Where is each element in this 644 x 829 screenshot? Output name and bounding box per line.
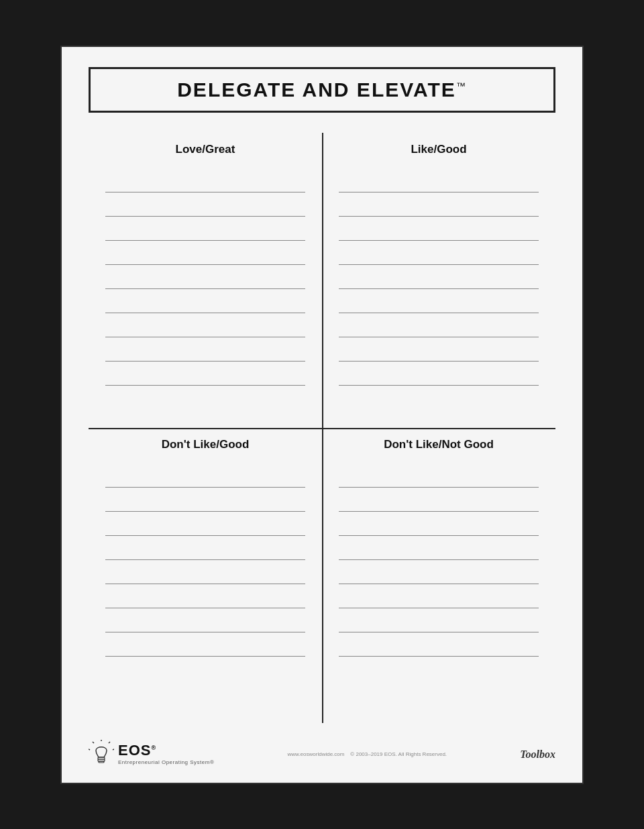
write-line[interactable] [339, 265, 539, 289]
svg-line-2 [113, 749, 114, 750]
quadrant-like-good-title: Like/Good [339, 143, 539, 156]
quadrant-dont-like-good: Don't Like/Good [89, 428, 322, 723]
eos-logo: EOS® Entrepreneurial Operating System® [89, 740, 214, 769]
footer-left: EOS® Entrepreneurial Operating System® [89, 740, 214, 769]
footer-center: www.eosworldwide.com © 2003–2019 EOS. Al… [227, 751, 506, 757]
footer: EOS® Entrepreneurial Operating System® w… [89, 736, 555, 769]
svg-line-4 [89, 749, 90, 750]
write-line[interactable] [339, 560, 539, 584]
write-line[interactable] [105, 265, 305, 289]
write-line[interactable] [105, 488, 305, 512]
quadrant-dont-like-good-title: Don't Like/Good [105, 438, 305, 451]
page-title: DELEGATE AND ELEVATE™ [177, 78, 467, 101]
quadrant-love-great: Love/Great [89, 133, 322, 428]
write-line[interactable] [105, 217, 305, 241]
quadrant-dont-like-not-good: Don't Like/Not Good [322, 428, 555, 723]
write-line[interactable] [105, 168, 305, 192]
write-line[interactable] [339, 608, 539, 632]
write-line[interactable] [105, 560, 305, 584]
svg-line-3 [93, 742, 94, 743]
like-good-lines [339, 168, 539, 386]
write-line[interactable] [339, 536, 539, 560]
write-line[interactable] [339, 584, 539, 608]
write-line[interactable] [339, 488, 539, 512]
write-line[interactable] [339, 362, 539, 386]
write-line[interactable] [339, 632, 539, 657]
write-line[interactable] [339, 217, 539, 241]
quadrants-grid: Love/Great Like/Good [89, 133, 555, 723]
eos-tagline: Entrepreneurial Operating System® [118, 759, 214, 765]
write-line[interactable] [339, 463, 539, 488]
write-line[interactable] [105, 337, 305, 362]
eos-text-block: EOS® Entrepreneurial Operating System® [118, 743, 214, 765]
write-line[interactable] [105, 584, 305, 608]
svg-rect-7 [99, 761, 104, 763]
write-line[interactable] [105, 536, 305, 560]
write-line[interactable] [105, 463, 305, 488]
love-great-lines [105, 168, 305, 386]
eos-brand-name: EOS® [118, 743, 214, 758]
write-line[interactable] [339, 313, 539, 337]
write-line[interactable] [339, 192, 539, 217]
quadrant-dont-like-not-good-title: Don't Like/Not Good [339, 438, 539, 451]
footer-toolbox-label: Toolbox [520, 749, 555, 761]
write-line[interactable] [105, 289, 305, 313]
write-line[interactable] [339, 168, 539, 192]
dont-like-not-good-lines [339, 463, 539, 657]
dont-like-good-lines [105, 463, 305, 657]
write-line[interactable] [339, 289, 539, 313]
write-line[interactable] [105, 241, 305, 265]
quadrant-love-great-title: Love/Great [105, 143, 305, 156]
write-line[interactable] [339, 337, 539, 362]
svg-line-1 [109, 742, 110, 743]
title-box: DELEGATE AND ELEVATE™ [89, 67, 555, 113]
write-line[interactable] [339, 512, 539, 536]
write-line[interactable] [105, 362, 305, 386]
quadrant-like-good: Like/Good [322, 133, 555, 428]
write-line[interactable] [105, 632, 305, 657]
write-line[interactable] [339, 241, 539, 265]
page: DELEGATE AND ELEVATE™ Love/Great Like/Go… [60, 46, 584, 784]
write-line[interactable] [105, 608, 305, 632]
write-line[interactable] [105, 512, 305, 536]
lightbulb-icon [89, 740, 114, 769]
write-line[interactable] [105, 313, 305, 337]
write-line[interactable] [105, 192, 305, 217]
